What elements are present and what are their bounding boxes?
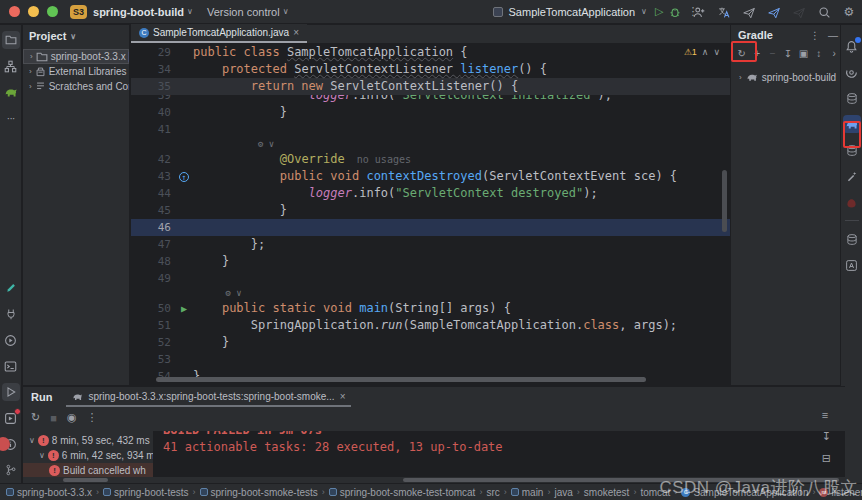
code-line[interactable]: 43↑ public void contextDestroyed(Servlet… [131,168,730,185]
run-tree-item[interactable]: !Build cancelled wh [23,463,153,477]
prev-problem-icon[interactable]: ∧ [702,47,709,57]
code-line[interactable]: 29public class SampleTomcatApplication { [131,44,730,61]
breadcrumb-item[interactable]: smoketest [584,487,630,498]
gradle-expand-icon[interactable]: ↕ [813,48,824,64]
code-line[interactable]: 39 logger.info("ServletContext initializ… [131,95,730,104]
run-tree[interactable]: ∨!8 min, 59 sec, 432 ms∨!6 min, 42 sec, … [23,431,153,477]
project-tree-item[interactable]: ›spring-boot-3.3.x [spring-boot- [23,49,129,64]
settings-icon[interactable]: ⚙ [842,5,856,19]
gradle-more-icon[interactable]: ⋮ [810,30,820,41]
code-line[interactable]: 40 } [131,104,730,121]
letter-box-icon[interactable] [843,256,861,274]
project-panel-header[interactable]: Project ∨ [23,25,129,47]
code-line[interactable]: 44 logger.info("ServletContext destroyed… [131,185,730,202]
add-user-icon[interactable] [692,5,706,19]
minimize-window-icon[interactable] [28,6,39,17]
search-icon[interactable] [817,5,831,19]
stop-icon[interactable]: ■ [50,412,57,424]
terminal-icon[interactable] [2,357,20,375]
breadcrumb-item[interactable]: java [554,487,572,498]
project-tree-item[interactable]: ›External Libraries [23,64,129,79]
run-tool-icon[interactable] [2,383,20,401]
debug-tool-icon[interactable] [2,409,20,427]
gradle-remove-icon[interactable]: − [767,48,778,64]
project-tree-item[interactable]: ›Scratches and Consoles [23,79,129,94]
debug-button[interactable] [669,6,681,18]
code-line[interactable]: 35 return new ServletContextListener() { [131,78,730,95]
gradle-dependencies-icon[interactable]: ▣ [798,48,809,64]
code-line[interactable]: 41 [131,121,730,138]
override-gutter-icon[interactable]: ↑ [179,172,189,182]
services-icon[interactable] [2,331,20,349]
code-line[interactable]: 49 [131,270,730,287]
maximize-window-icon[interactable] [47,6,58,17]
gradle-chevron-icon[interactable]: › [829,48,840,64]
editor-horizontal-scrollbar[interactable] [156,377,646,382]
git-icon[interactable] [2,461,20,479]
endpoints-icon[interactable] [2,279,20,297]
send-code-icon[interactable] [767,5,781,19]
breadcrumb-item[interactable]: spring-boot-smoke-test-tomcat [329,487,476,498]
plugin-icon[interactable] [2,305,20,323]
code-line[interactable]: 45 } [131,202,730,219]
run-tree-item[interactable]: ∨!6 min, 42 sec, 934 ms [23,448,153,463]
translate-icon[interactable] [717,5,731,19]
code-line[interactable]: 50▶ public static void main(String[] arg… [131,300,730,317]
gradle-download-icon[interactable]: ↧ [782,48,793,64]
breadcrumb-item[interactable]: src [486,487,499,498]
tree-horizontal-scrollbar[interactable] [63,478,108,482]
close-tab-icon[interactable]: × [293,27,299,38]
clear-console-icon[interactable]: ⊟ [822,452,831,465]
code-line[interactable]: 53 [131,351,730,368]
run-gutter-icon[interactable]: ▶ [175,300,193,317]
soft-wrap-icon[interactable]: ≡ [822,409,831,421]
run-console[interactable]: BUILD FAILED in 9m 07s41 actionable task… [153,431,845,477]
gradle-green-icon[interactable] [2,83,20,101]
code-editor[interactable]: 29public class SampleTomcatApplication {… [131,44,730,385]
send-icon[interactable] [742,5,756,19]
version-control-menu[interactable]: Version control [207,6,280,18]
spring-icon[interactable] [843,63,861,81]
code-line[interactable]: 48 } [131,253,730,270]
stack-icon[interactable] [843,230,861,248]
editor-vertical-scrollbar[interactable] [722,170,727,232]
close-window-icon[interactable] [9,6,20,17]
breadcrumb-item[interactable]: spring-boot-3.3.x [6,487,92,498]
code-line[interactable]: 42 @Override no usages [131,151,730,168]
editor-tab[interactable]: C SampleTomcatApplication.java × [131,24,307,43]
code-line[interactable]: 34 protected ServletContextListener list… [131,61,730,78]
inspections-widget[interactable]: ⚠1 ∧ ∨ [684,47,720,57]
database-icon[interactable] [843,89,861,107]
code-line[interactable]: 52 } [131,334,730,351]
structure-tool-icon[interactable] [2,57,20,75]
more-tools-icon[interactable]: ··· [2,109,20,127]
breadcrumb-item[interactable]: main [511,487,544,498]
run-tree-item[interactable]: ∨!8 min, 59 sec, 432 ms [23,433,153,448]
window-controls[interactable] [9,6,58,17]
breadcrumb-item[interactable]: spring-boot-smoke-tests [200,487,318,498]
ai-wand-icon[interactable] [843,167,861,185]
run-tab[interactable]: spring-boot-3.3.x:spring-boot-tests:spri… [66,387,351,407]
send-disabled-icon[interactable] [792,5,806,19]
gear-inlay-icon[interactable]: ⚙ ∨ [193,138,274,151]
code-line[interactable]: 46 [131,219,730,236]
next-problem-icon[interactable]: ∨ [713,47,720,57]
run-config-name[interactable]: SampleTomcatApplication [509,6,636,18]
code-line[interactable]: 51 SpringApplication.run(SampleTomcatApp… [131,317,730,334]
project-tool-icon[interactable] [2,31,20,49]
gradle-hide-icon[interactable]: — [828,30,838,41]
breadcrumb-item[interactable]: spring-boot-tests [103,487,188,498]
scroll-to-end-icon[interactable]: ↧ [822,430,831,443]
more-icon[interactable]: ⋮ [86,411,97,424]
run-button[interactable]: ▷ [655,5,663,18]
project-menu[interactable]: spring-boot-build [93,6,184,18]
close-tab-icon[interactable]: × [340,391,346,402]
plugin-red-icon[interactable] [843,193,861,211]
rerun-icon[interactable]: ↻ [31,411,40,424]
code-line[interactable]: 47 }; [131,236,730,253]
gradle-tree-item[interactable]: › spring-boot-build [731,67,845,83]
notifications-icon[interactable] [843,37,861,55]
filter-icon[interactable]: ◉ [67,411,77,424]
gear-inlay-icon[interactable]: ⚙ ∨ [193,287,242,300]
run-configuration-widget[interactable]: SampleTomcatApplication ∨ ▷ ⋮ [493,5,699,18]
